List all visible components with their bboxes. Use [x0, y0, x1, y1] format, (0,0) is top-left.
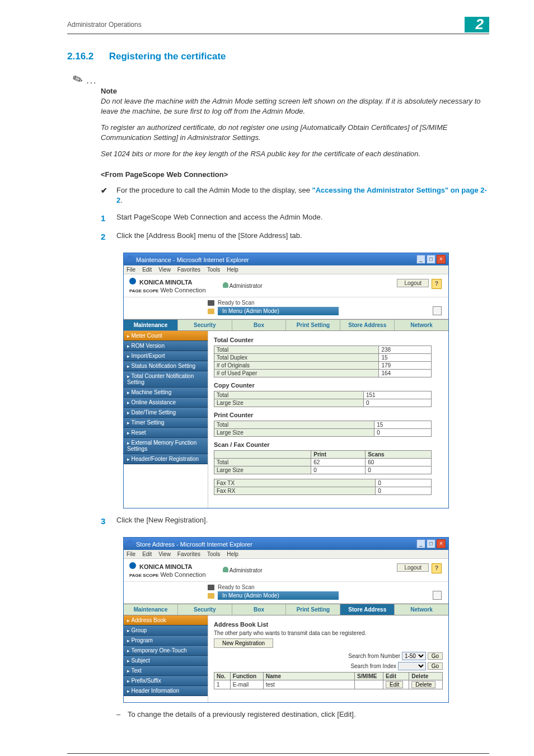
- search-number-select[interactable]: 1-50: [402, 652, 426, 660]
- tab-store-address[interactable]: Store Address: [340, 320, 395, 330]
- admin-label: Administrator: [229, 283, 263, 289]
- ie-icon: [127, 540, 133, 547]
- refresh-icon[interactable]: [433, 591, 442, 600]
- window-controls[interactable]: _□×: [415, 255, 446, 264]
- go-button-index[interactable]: Go: [428, 662, 443, 670]
- address-book-desc: The other party who wants to transmit da…: [214, 630, 443, 636]
- sidebar-item-text[interactable]: Text: [124, 666, 208, 676]
- main-tabs: Maintenance Security Box Print Setting S…: [124, 604, 448, 615]
- bullet-text: For the procedure to call the Admin Mode…: [116, 185, 489, 206]
- logout-button[interactable]: Logout: [397, 279, 429, 287]
- window-controls[interactable]: _□×: [415, 539, 446, 548]
- go-button-number[interactable]: Go: [428, 652, 443, 660]
- status-ready: Ready to Scan: [218, 584, 255, 590]
- new-registration-button[interactable]: New Registration: [214, 638, 273, 648]
- tab-network[interactable]: Network: [395, 320, 448, 330]
- brand-text: KONICA MINOLTA: [139, 563, 193, 570]
- search-from-number-label: Search from Number: [348, 653, 400, 659]
- tab-print-setting[interactable]: Print Setting: [286, 604, 340, 615]
- window-title: Maintenance - Microsoft Internet Explore…: [136, 256, 249, 263]
- section-title: Registering the certificate: [109, 51, 226, 62]
- sidebar: Address Book Group Program Temporary One…: [124, 615, 208, 702]
- minimize-icon[interactable]: _: [416, 255, 425, 264]
- close-icon[interactable]: ×: [437, 255, 446, 264]
- address-book-table: No.FunctionName S/MIMEEditDelete 1E-mail…: [214, 672, 443, 689]
- search-index-select[interactable]: [398, 662, 426, 670]
- sidebar-item-subject[interactable]: Subject: [124, 656, 208, 666]
- ie-icon: [127, 255, 133, 262]
- tab-security[interactable]: Security: [178, 604, 232, 615]
- folder-icon: [208, 309, 214, 314]
- main-tabs: Maintenance Security Box Print Setting S…: [124, 319, 448, 331]
- sidebar-item-header-info[interactable]: Header Information: [124, 686, 208, 696]
- step-3-text: Click the [New Registration].: [116, 515, 208, 527]
- table-row: 1E-mailtest Edit Delete: [214, 680, 443, 689]
- sidebar-item-rom-version[interactable]: ROM Version: [124, 341, 208, 351]
- km-logo-icon: [129, 278, 136, 284]
- tab-maintenance[interactable]: Maintenance: [124, 604, 178, 615]
- tab-store-address[interactable]: Store Address: [340, 604, 395, 615]
- sidebar-item-ext-memory[interactable]: External Memory Function Settings: [124, 438, 208, 454]
- section-heading: 2.16.2 Registering the certificate: [67, 51, 489, 62]
- browser-menubar[interactable]: FileEditViewFavoritesToolsHelp: [124, 265, 448, 274]
- logout-button[interactable]: Logout: [397, 563, 429, 572]
- sidebar-item-program[interactable]: Program: [124, 636, 208, 646]
- tab-network[interactable]: Network: [395, 604, 448, 615]
- browser-menubar[interactable]: FileEditViewFavoritesToolsHelp: [124, 550, 448, 559]
- sidebar-item-header-footer[interactable]: Header/Footer Registration: [124, 454, 208, 464]
- km-logo-icon: [129, 562, 136, 569]
- sidebar-item-datetime[interactable]: Date/Time Setting: [124, 408, 208, 418]
- close-icon[interactable]: ×: [437, 539, 446, 548]
- sidebar-item-temp-onetouch[interactable]: Temporary One-Touch: [124, 646, 208, 656]
- tab-print-setting[interactable]: Print Setting: [286, 320, 340, 330]
- chapter-badge: 2: [465, 17, 489, 32]
- delete-button[interactable]: Delete: [411, 681, 435, 688]
- tab-maintenance[interactable]: Maintenance: [124, 320, 178, 330]
- breadcrumb: Administrator Operations: [67, 21, 142, 29]
- screenshot-store-address-window: Store Address - Microsoft Internet Explo…: [123, 537, 449, 703]
- tab-box[interactable]: Box: [232, 604, 287, 615]
- post-step-3-text: To change the details of a previously re…: [128, 710, 356, 720]
- webconnection-logo: PAGE SCOPE Web Connection: [129, 287, 206, 293]
- step-number-1: 1: [101, 212, 116, 224]
- step-1-text: Start PageScope Web Connection and acces…: [116, 212, 322, 224]
- refresh-icon[interactable]: [433, 306, 442, 315]
- total-counter-table: Total238 Total Duplex15 # of Originals17…: [214, 346, 432, 377]
- tab-security[interactable]: Security: [178, 320, 232, 330]
- sidebar-item-import-export[interactable]: Import/Export: [124, 351, 208, 361]
- sidebar-item-timer[interactable]: Timer Setting: [124, 418, 208, 428]
- status-mode: In Menu (Admin Mode): [218, 591, 339, 600]
- admin-label: Administrator: [229, 567, 263, 573]
- folder-icon: [208, 593, 214, 599]
- brand-text: KONICA MINOLTA: [139, 279, 193, 286]
- sidebar-item-prefix-suffix[interactable]: Prefix/Suffix: [124, 676, 208, 686]
- webconnection-logo: PAGE SCOPE Web Connection: [129, 571, 206, 578]
- scanfax-counter-table: PrintScans Total6260 Large Size00: [214, 450, 432, 474]
- total-counter-title: Total Counter: [214, 337, 443, 343]
- sidebar-item-online-assist[interactable]: Online Assistance: [124, 398, 208, 408]
- tab-box[interactable]: Box: [232, 320, 287, 330]
- maximize-icon[interactable]: □: [427, 255, 435, 264]
- section-number: 2.16.2: [67, 51, 106, 62]
- fax-txrx-table: Fax TX0 Fax RX0: [214, 479, 432, 495]
- step-number-2: 2: [101, 231, 116, 242]
- maximize-icon[interactable]: □: [427, 539, 435, 548]
- sidebar-item-group[interactable]: Group: [124, 626, 208, 636]
- sidebar-item-total-counter-notif[interactable]: Total Counter Notification Setting: [124, 371, 208, 388]
- sidebar-item-meter-count[interactable]: Meter Count: [124, 331, 208, 341]
- sidebar-item-reset[interactable]: Reset: [124, 428, 208, 438]
- copy-counter-table: Total151 Large Size0: [214, 391, 432, 407]
- sidebar-item-address-book[interactable]: Address Book: [124, 615, 208, 626]
- help-button[interactable]: ?: [432, 563, 442, 573]
- sidebar-item-machine-setting[interactable]: Machine Setting: [124, 388, 208, 398]
- printer-icon: [208, 585, 214, 590]
- user-icon: [223, 567, 228, 572]
- dash-marker: –: [116, 710, 128, 720]
- checkmark-icon: ✔: [101, 185, 116, 206]
- minimize-icon[interactable]: _: [416, 539, 425, 548]
- help-button[interactable]: ?: [432, 279, 442, 289]
- address-book-list-title: Address Book List: [214, 621, 443, 628]
- sidebar-item-status-notif[interactable]: Status Notification Setting: [124, 361, 208, 371]
- status-mode: In Menu (Admin Mode): [218, 307, 339, 315]
- edit-button[interactable]: Edit: [386, 681, 403, 688]
